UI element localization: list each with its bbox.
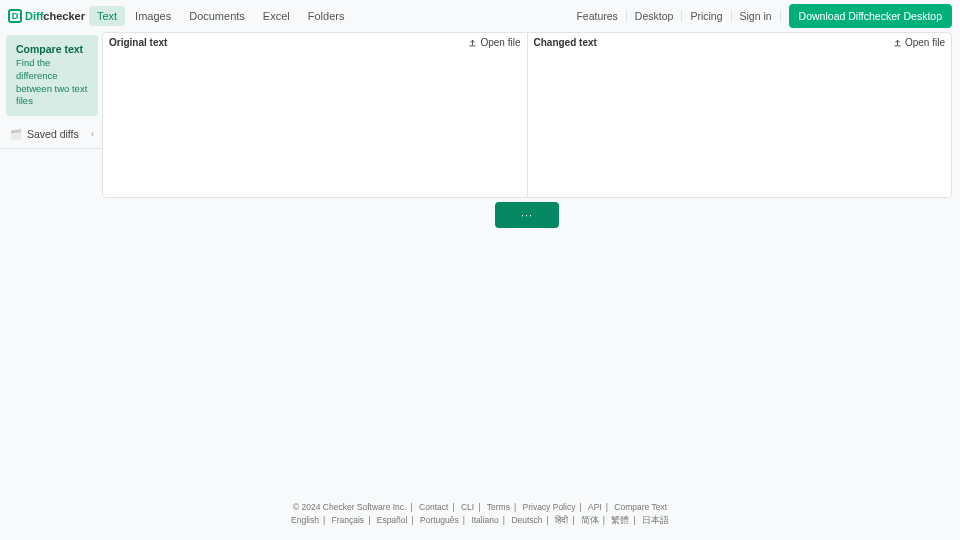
sidebar-saved-diffs[interactable]: 🗂️ Saved diffs ‹ [0, 120, 102, 149]
nav-tab-images[interactable]: Images [127, 6, 179, 26]
footer-langs: English| Français| Español| Português| I… [0, 514, 960, 528]
upload-icon [893, 38, 902, 47]
sidebar-compare-card[interactable]: Compare text Find the difference between… [6, 35, 98, 116]
sidebar-saved-label: Saved diffs [27, 128, 79, 140]
lang-deutsch[interactable]: Deutsch [509, 515, 544, 525]
header-link-pricing[interactable]: Pricing [682, 10, 731, 22]
header-right: Features Desktop Pricing Sign in Downloa… [568, 4, 952, 28]
compare-button[interactable]: ··· [495, 202, 559, 228]
lang-espanol[interactable]: Español [375, 515, 410, 525]
nav-tab-folders[interactable]: Folders [300, 6, 353, 26]
chevron-left-icon: ‹ [91, 129, 94, 139]
folder-icon: 🗂️ [10, 129, 22, 140]
nav-tab-excel[interactable]: Excel [255, 6, 298, 26]
lang-francais[interactable]: Français [330, 515, 367, 525]
upload-icon [468, 38, 477, 47]
header-link-desktop[interactable]: Desktop [627, 10, 683, 22]
open-file-changed[interactable]: Open file [893, 37, 945, 48]
footer-copyright: © 2024 Checker Software Inc. [291, 502, 409, 512]
header-link-signin[interactable]: Sign in [732, 10, 781, 22]
footer-cli[interactable]: CLI [459, 502, 476, 512]
nav-tab-documents[interactable]: Documents [181, 6, 253, 26]
nav-tab-text[interactable]: Text [89, 6, 125, 26]
nav-tabs: Text Images Documents Excel Folders [89, 6, 353, 26]
diff-panes: Original text Open file Changed text Ope… [102, 32, 952, 198]
download-button[interactable]: Download Diffchecker Desktop [789, 4, 952, 28]
pane-original-title: Original text [109, 37, 167, 48]
lang-simplified[interactable]: 简体 [579, 515, 601, 525]
footer-contact[interactable]: Contact [417, 502, 450, 512]
logo[interactable]: D Diffchecker [8, 9, 85, 23]
lang-traditional[interactable]: 繁體 [609, 515, 631, 525]
logo-text-checker: checker [43, 10, 85, 22]
sidebar: Compare text Find the difference between… [0, 32, 102, 540]
main-area: Original text Open file Changed text Ope… [102, 32, 960, 540]
footer-links: © 2024 Checker Software Inc.| Contact| C… [0, 501, 960, 515]
open-file-original-label: Open file [480, 37, 520, 48]
sidebar-card-desc: Find the difference between two text fil… [16, 57, 88, 108]
lang-hindi[interactable]: हिंदी [553, 515, 570, 525]
original-text-input[interactable] [103, 51, 527, 197]
lang-italiano[interactable]: Italiano [469, 515, 500, 525]
footer-compare-text[interactable]: Compare Text [612, 502, 669, 512]
open-file-original[interactable]: Open file [468, 37, 520, 48]
open-file-changed-label: Open file [905, 37, 945, 48]
footer: © 2024 Checker Software Inc.| Contact| C… [0, 501, 960, 528]
lang-english[interactable]: English [289, 515, 321, 525]
lang-japanese[interactable]: 日本語 [640, 515, 671, 525]
lang-portugues[interactable]: Português [418, 515, 461, 525]
pane-changed-title: Changed text [534, 37, 597, 48]
footer-api[interactable]: API [586, 502, 604, 512]
logo-text-diff: Diff [25, 10, 43, 22]
pane-original: Original text Open file [103, 33, 527, 197]
footer-privacy[interactable]: Privacy Policy [521, 502, 578, 512]
logo-icon: D [8, 9, 22, 23]
pane-changed: Changed text Open file [527, 33, 952, 197]
footer-terms[interactable]: Terms [485, 502, 512, 512]
changed-text-input[interactable] [528, 51, 952, 197]
app-header: D Diffchecker Text Images Documents Exce… [0, 0, 960, 32]
sidebar-card-title: Compare text [16, 43, 88, 55]
header-link-features[interactable]: Features [568, 10, 626, 22]
